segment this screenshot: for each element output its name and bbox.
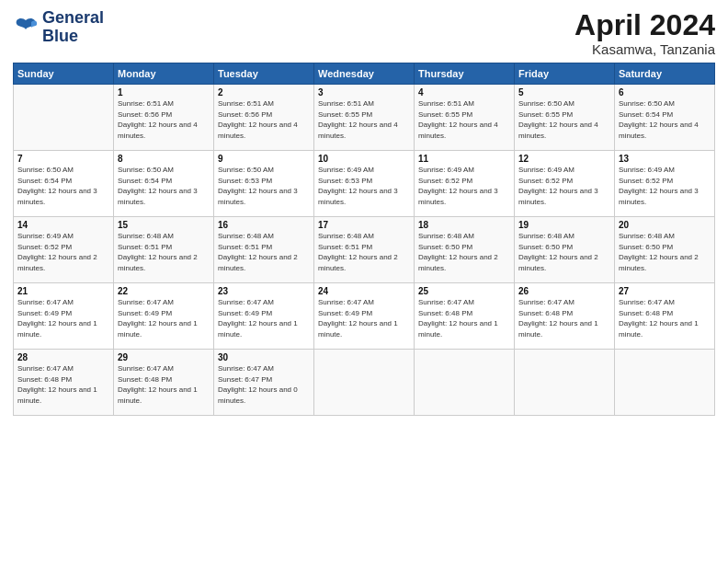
table-cell: 3Sunrise: 6:51 AMSunset: 6:55 PMDaylight…: [314, 85, 415, 151]
table-cell: 19Sunrise: 6:48 AMSunset: 6:50 PMDayligh…: [515, 217, 615, 283]
day-info: Sunrise: 6:51 AMSunset: 6:55 PMDaylight:…: [418, 98, 510, 141]
day-number: 26: [518, 286, 610, 296]
day-info: Sunrise: 6:48 AMSunset: 6:50 PMDaylight:…: [518, 231, 610, 273]
day-number: 6: [619, 87, 711, 98]
table-cell: 4Sunrise: 6:51 AMSunset: 6:55 PMDaylight…: [415, 85, 515, 151]
day-number: 28: [17, 352, 109, 362]
logo: General Blue: [13, 9, 104, 46]
table-cell: 15Sunrise: 6:48 AMSunset: 6:51 PMDayligh…: [114, 217, 214, 283]
day-info: Sunrise: 6:47 AMSunset: 6:48 PMDaylight:…: [118, 363, 210, 406]
table-cell: 12Sunrise: 6:49 AMSunset: 6:52 PMDayligh…: [515, 151, 615, 217]
header-thursday: Thursday: [415, 63, 515, 85]
day-info: Sunrise: 6:48 AMSunset: 6:50 PMDaylight:…: [619, 231, 711, 273]
day-info: Sunrise: 6:49 AMSunset: 6:52 PMDaylight:…: [418, 165, 510, 207]
logo-text: General Blue: [42, 9, 104, 46]
day-number: 3: [318, 87, 410, 98]
table-cell: 20Sunrise: 6:48 AMSunset: 6:50 PMDayligh…: [615, 217, 715, 283]
week-row-5: 28Sunrise: 6:47 AMSunset: 6:48 PMDayligh…: [14, 350, 715, 416]
calendar-page: General Blue April 2024 Kasamwa, Tanzani…: [0, 0, 728, 563]
table-cell: 27Sunrise: 6:47 AMSunset: 6:48 PMDayligh…: [615, 283, 715, 350]
calendar-title: April 2024: [574, 9, 715, 41]
day-number: 19: [518, 220, 610, 230]
day-number: 20: [619, 220, 711, 230]
day-number: 2: [218, 87, 310, 98]
table-cell: 6Sunrise: 6:50 AMSunset: 6:54 PMDaylight…: [615, 85, 715, 151]
logo-icon: [13, 17, 39, 39]
table-cell: 25Sunrise: 6:47 AMSunset: 6:48 PMDayligh…: [415, 283, 515, 350]
day-info: Sunrise: 6:50 AMSunset: 6:54 PMDaylight:…: [17, 165, 109, 207]
day-number: 23: [218, 286, 310, 296]
table-cell: 16Sunrise: 6:48 AMSunset: 6:51 PMDayligh…: [214, 217, 314, 283]
day-info: Sunrise: 6:47 AMSunset: 6:48 PMDaylight:…: [518, 297, 610, 339]
table-cell: 22Sunrise: 6:47 AMSunset: 6:49 PMDayligh…: [114, 283, 214, 350]
day-number: 14: [17, 220, 109, 230]
day-number: 22: [118, 286, 210, 296]
day-number: 7: [17, 154, 109, 164]
day-number: 16: [218, 220, 310, 230]
day-info: Sunrise: 6:49 AMSunset: 6:52 PMDaylight:…: [518, 165, 610, 207]
day-info: Sunrise: 6:48 AMSunset: 6:51 PMDaylight:…: [318, 231, 410, 273]
day-number: 17: [318, 220, 410, 230]
table-cell: 24Sunrise: 6:47 AMSunset: 6:49 PMDayligh…: [314, 283, 415, 350]
day-info: Sunrise: 6:47 AMSunset: 6:49 PMDaylight:…: [318, 297, 410, 339]
week-row-4: 21Sunrise: 6:47 AMSunset: 6:49 PMDayligh…: [14, 283, 715, 350]
table-cell: 9Sunrise: 6:50 AMSunset: 6:53 PMDaylight…: [214, 151, 314, 217]
day-number: 18: [418, 220, 510, 230]
table-cell: 18Sunrise: 6:48 AMSunset: 6:50 PMDayligh…: [415, 217, 515, 283]
day-info: Sunrise: 6:49 AMSunset: 6:52 PMDaylight:…: [17, 231, 109, 273]
table-cell: [515, 350, 615, 416]
day-number: 27: [619, 286, 711, 296]
table-cell: 23Sunrise: 6:47 AMSunset: 6:49 PMDayligh…: [214, 283, 314, 350]
table-cell: 10Sunrise: 6:49 AMSunset: 6:53 PMDayligh…: [314, 151, 415, 217]
calendar-subtitle: Kasamwa, Tanzania: [574, 41, 715, 57]
table-cell: [314, 350, 415, 416]
day-number: 11: [418, 154, 510, 164]
day-number: 10: [318, 154, 410, 164]
day-info: Sunrise: 6:51 AMSunset: 6:56 PMDaylight:…: [118, 98, 210, 141]
day-info: Sunrise: 6:49 AMSunset: 6:52 PMDaylight:…: [619, 165, 711, 207]
day-info: Sunrise: 6:50 AMSunset: 6:53 PMDaylight:…: [218, 165, 310, 207]
week-row-2: 7Sunrise: 6:50 AMSunset: 6:54 PMDaylight…: [14, 151, 715, 217]
table-cell: 11Sunrise: 6:49 AMSunset: 6:52 PMDayligh…: [415, 151, 515, 217]
table-cell: 30Sunrise: 6:47 AMSunset: 6:47 PMDayligh…: [214, 350, 314, 416]
table-cell: 5Sunrise: 6:50 AMSunset: 6:55 PMDaylight…: [515, 85, 615, 151]
header-sunday: Sunday: [14, 63, 114, 85]
day-number: 29: [118, 352, 210, 362]
day-info: Sunrise: 6:47 AMSunset: 6:49 PMDaylight:…: [118, 297, 210, 339]
day-info: Sunrise: 6:48 AMSunset: 6:50 PMDaylight:…: [418, 231, 510, 273]
day-info: Sunrise: 6:48 AMSunset: 6:51 PMDaylight:…: [118, 231, 210, 273]
day-info: Sunrise: 6:51 AMSunset: 6:56 PMDaylight:…: [218, 98, 310, 141]
calendar-table: Sunday Monday Tuesday Wednesday Thursday…: [13, 63, 715, 416]
week-row-3: 14Sunrise: 6:49 AMSunset: 6:52 PMDayligh…: [14, 217, 715, 283]
table-cell: 28Sunrise: 6:47 AMSunset: 6:48 PMDayligh…: [14, 350, 114, 416]
day-info: Sunrise: 6:48 AMSunset: 6:51 PMDaylight:…: [218, 231, 310, 273]
day-number: 21: [17, 286, 109, 296]
week-row-1: 1Sunrise: 6:51 AMSunset: 6:56 PMDaylight…: [14, 85, 715, 151]
day-number: 15: [118, 220, 210, 230]
table-cell: 14Sunrise: 6:49 AMSunset: 6:52 PMDayligh…: [14, 217, 114, 283]
day-info: Sunrise: 6:47 AMSunset: 6:48 PMDaylight:…: [17, 363, 109, 406]
day-number: 4: [418, 87, 510, 98]
table-cell: 21Sunrise: 6:47 AMSunset: 6:49 PMDayligh…: [14, 283, 114, 350]
day-number: 30: [218, 352, 310, 362]
page-header: General Blue April 2024 Kasamwa, Tanzani…: [13, 9, 715, 57]
day-info: Sunrise: 6:50 AMSunset: 6:54 PMDaylight:…: [619, 98, 711, 141]
table-cell: 2Sunrise: 6:51 AMSunset: 6:56 PMDaylight…: [214, 85, 314, 151]
header-wednesday: Wednesday: [314, 63, 415, 85]
day-number: 8: [118, 154, 210, 164]
header-monday: Monday: [114, 63, 214, 85]
table-cell: 1Sunrise: 6:51 AMSunset: 6:56 PMDaylight…: [114, 85, 214, 151]
table-cell: 29Sunrise: 6:47 AMSunset: 6:48 PMDayligh…: [114, 350, 214, 416]
table-cell: 8Sunrise: 6:50 AMSunset: 6:54 PMDaylight…: [114, 151, 214, 217]
day-info: Sunrise: 6:50 AMSunset: 6:55 PMDaylight:…: [518, 98, 610, 141]
day-number: 9: [218, 154, 310, 164]
header-saturday: Saturday: [615, 63, 715, 85]
table-cell: [615, 350, 715, 416]
day-info: Sunrise: 6:49 AMSunset: 6:53 PMDaylight:…: [318, 165, 410, 207]
day-number: 5: [518, 87, 610, 98]
day-number: 1: [118, 87, 210, 98]
day-number: 12: [518, 154, 610, 164]
day-number: 13: [619, 154, 711, 164]
title-block: April 2024 Kasamwa, Tanzania: [574, 9, 715, 57]
table-cell: [415, 350, 515, 416]
